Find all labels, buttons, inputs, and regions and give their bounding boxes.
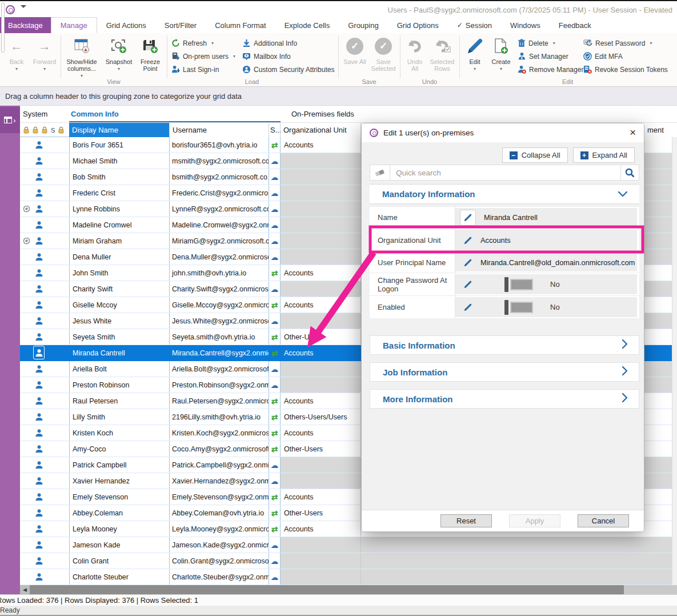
tab-sort-filter[interactable]: Sort/Filter [155,17,206,33]
username-cell[interactable]: Patrick.Campbell@sygx2.onmic [170,457,269,473]
display-name-cell[interactable]: Preston Robinson [69,377,170,393]
edit-pencil-button[interactable] [460,210,476,226]
username-cell[interactable]: Abbey.Coleman@ovh.ytria.io [170,505,269,521]
organizational-unit-cell[interactable]: Accounts [281,265,361,281]
additional-info-button[interactable]: Additional Info [242,38,334,49]
set-manager-button[interactable]: Set Manager [518,51,583,62]
username-cell[interactable]: LynneR@sygx2.onmicrosoft.co [170,201,269,217]
tab-grouping[interactable]: Grouping [339,17,387,33]
field-value[interactable]: Accounts [455,230,637,251]
username-cell[interactable]: Leyla.Mooney@sygx2.onmicro [170,521,269,537]
display-name-cell[interactable]: Frederic Crist [69,185,170,201]
organizational-unit-cell[interactable] [281,361,361,377]
table-row[interactable]: Colin GrantColin.Grant@sygx2.onmicrosof☁ [20,553,677,569]
reset-password-button[interactable]: Reset Password▾ [583,38,668,49]
refresh-button[interactable]: Refresh▾ [171,38,235,49]
column-header-organizational-unit[interactable]: Organizational Unit [281,123,361,137]
mailbox-info-button[interactable]: Mailbox Info [242,51,334,62]
organizational-unit-cell[interactable]: Accounts [281,425,361,441]
scroll-left-arrow-icon[interactable]: ◀ [20,585,30,594]
display-name-cell[interactable]: John Smith [69,265,170,281]
display-name-cell[interactable]: Jesus White [69,313,170,329]
table-row[interactable]: Charlotte SteuberCharlotte.Steuber@sygx2… [20,569,677,585]
column-header-sync[interactable]: S... [269,123,281,137]
edit-pencil-icon[interactable] [463,303,472,312]
display-name-cell[interactable]: Ariella Bolt [69,361,170,377]
section-more-information[interactable]: More Information [370,389,639,409]
last-sign-in-button[interactable]: Last Sign-in [171,64,235,75]
search-button[interactable] [621,165,639,181]
field-value[interactable]: No [455,297,637,317]
horizontal-scrollbar[interactable]: ◀ [20,585,677,594]
remove-manager-button[interactable]: Remove Manager [518,64,583,75]
username-cell[interactable]: Madeline.Cromwel@sygx2.onn [170,217,269,233]
toggle-track[interactable] [510,302,533,313]
display-name-cell[interactable]: Seyeta Smith [69,329,170,345]
display-name-cell[interactable]: Emely Stevenson [69,489,170,505]
username-cell[interactable]: MiriamG@sygx2.onmicrosoft.c [170,233,269,249]
close-icon[interactable]: × [630,126,636,139]
display-name-cell[interactable]: Xavier Hernandez [69,473,170,489]
freeze-point-button[interactable]: Freeze Point [137,35,163,72]
column-header-display-name[interactable]: Display Name [69,123,170,137]
tab-backstage[interactable]: Backstage [0,17,51,33]
group-header-common-info[interactable]: Common Info [71,110,119,118]
forward-button[interactable]: → Forward▾ [30,35,59,73]
display-name-cell[interactable]: Charlotte Steuber [69,569,170,585]
username-cell[interactable]: Preston.Robinson@sygx2.onmi [170,377,269,393]
username-cell[interactable]: Charity.Swift@sygx2.onmicros [170,281,269,297]
organizational-unit-cell[interactable] [281,281,361,297]
organizational-unit-cell[interactable] [281,537,361,553]
tab-feedback[interactable]: Feedback [550,17,600,33]
edit-pencil-icon[interactable] [463,258,472,267]
back-button[interactable]: ← Back▾ [5,35,29,73]
organizational-unit-cell[interactable] [281,217,361,233]
grid-tools-flyout-button[interactable]: › [0,107,20,133]
organizational-unit-cell[interactable]: Accounts [281,297,361,313]
organizational-unit-cell[interactable] [281,473,361,489]
organizational-unit-cell[interactable] [281,377,361,393]
column-header-partial[interactable]: ment [644,123,677,137]
clear-search-button[interactable] [370,165,390,181]
username-cell[interactable]: Seyeta.smith@ovh.ytria.io [170,329,269,345]
snapshot-button[interactable]: Snapshot▾ [104,35,134,73]
display-name-cell[interactable]: Charity Swift [69,281,170,297]
display-name-cell[interactable]: Michael Smith [69,153,170,169]
vertical-scrollbar[interactable] [672,137,677,585]
organizational-unit-cell[interactable] [281,553,361,569]
organizational-unit-cell[interactable] [281,569,361,585]
username-cell[interactable]: Ariella.Bolt@sygx2.onmicrosof [170,361,269,377]
save-all-button[interactable]: ✓ Save All [343,35,367,65]
section-mandatory-information[interactable]: Mandatory Information [370,184,639,204]
field-value[interactable]: No [455,274,637,294]
group-header-system[interactable]: System [23,110,47,118]
username-cell[interactable]: Frederic.Crist@sygx2.onmicros [170,185,269,201]
organizational-unit-cell[interactable] [281,201,361,217]
organizational-unit-cell[interactable]: Other-Users [281,441,361,457]
username-cell[interactable]: msmith@sygx2.onmicrosoft.co [170,153,269,169]
expand-all-button[interactable]: + Expand All [573,147,635,163]
username-cell[interactable]: Kristen.Koch@sygx2.onmicros [170,425,269,441]
group-header-on-premises[interactable]: On-Premises fields [291,110,354,118]
quick-search-input[interactable] [390,165,621,181]
display-name-cell[interactable]: Giselle Mccoy [69,297,170,313]
display-name-cell[interactable]: Dena Muller [69,249,170,265]
username-cell[interactable]: Coco.Amy@sygx2.onmicrosoft [170,441,269,457]
organizational-unit-cell[interactable]: Other-Users [281,505,361,521]
tab-grid-options[interactable]: Grid Options [388,17,448,33]
username-cell[interactable]: Colin.Grant@sygx2.onmicrosof [170,553,269,569]
field-value[interactable]: Miranda.Cantrell@old_domain.onmicrosoft.… [455,254,637,271]
cancel-button[interactable]: Cancel [578,514,629,527]
username-cell[interactable]: Jesus.White@sygx2.onmicroso [170,313,269,329]
display-name-cell[interactable]: Amy-Coco [69,441,170,457]
section-basic-information[interactable]: Basic Information [370,335,639,355]
display-name-cell[interactable]: Madeline Cromwel [69,217,170,233]
organizational-unit-cell[interactable]: Other-Users [281,329,361,345]
organizational-unit-cell[interactable]: Accounts [281,521,361,537]
tab-windows[interactable]: Windows [501,17,550,33]
edit-mfa-button[interactable]: Edit MFA [583,51,668,62]
organizational-unit-cell[interactable] [281,153,361,169]
display-name-cell[interactable]: Leyla Mooney [69,521,170,537]
vertical-scrollbar-thumb[interactable] [1,2,5,53]
organizational-unit-cell[interactable]: Accounts [281,489,361,505]
